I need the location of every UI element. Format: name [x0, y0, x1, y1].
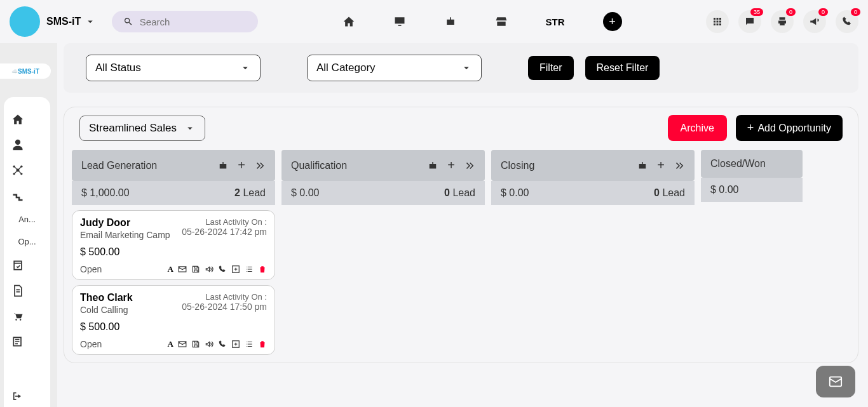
robot-icon[interactable] [217, 160, 229, 171]
card-amount: $ 500.00 [80, 246, 267, 258]
chevron-double-right-icon[interactable] [464, 160, 475, 171]
card-subtitle: Email Marketing Camp [80, 230, 170, 240]
column-count: 0 Lead [654, 187, 685, 199]
column-title: Closed/Won [710, 158, 766, 170]
filter-bar: All Status All Category Filter Reset Fil… [64, 43, 858, 93]
sidebar-calendar[interactable] [11, 259, 43, 272]
kanban-columns: Lead Generation + $ 1,000.00 2 Lead Judy… [72, 150, 850, 355]
robot-icon[interactable] [444, 15, 457, 28]
column-title: Closing [501, 160, 534, 171]
kanban-column: Lead Generation + $ 1,000.00 2 Lead Judy… [72, 150, 275, 355]
column-summary: $ 1,000.00 2 Lead [72, 181, 275, 205]
sidebar-steps[interactable] [11, 189, 43, 202]
save-icon[interactable] [191, 265, 200, 274]
phone-badge: 0 [851, 8, 860, 16]
reset-filter-button[interactable]: Reset Filter [585, 56, 660, 80]
sidebar-news[interactable] [11, 335, 43, 348]
sidebar-logout[interactable] [11, 390, 43, 402]
brand-label[interactable]: SMS-iT [46, 16, 96, 27]
mail-icon[interactable] [178, 265, 187, 274]
news-icon [11, 335, 24, 348]
kanban-column: Qualification + $ 0.00 0 Lead [281, 150, 485, 355]
trash-icon[interactable] [258, 265, 267, 274]
megaphone-icon [809, 16, 820, 27]
print-icon-btn[interactable]: 0 [771, 10, 794, 33]
column-add-icon[interactable]: + [447, 158, 455, 173]
phone-icon[interactable] [218, 265, 227, 274]
status-dropdown[interactable]: All Status [86, 55, 261, 81]
list-icon[interactable] [245, 265, 254, 274]
board-head: Streamlined Sales Archive +Add Opportuni… [72, 115, 850, 141]
card-action-icons: A [168, 264, 267, 274]
home-icon[interactable] [342, 15, 355, 28]
sidebar-opportunities[interactable]: Op... [11, 237, 43, 246]
category-dropdown-label: All Category [316, 62, 376, 74]
phone-icon[interactable] [218, 340, 227, 349]
volume-icon[interactable] [205, 340, 214, 349]
topnav-center: STR + [264, 12, 700, 31]
phone-icon [841, 16, 853, 27]
network-icon [11, 164, 24, 177]
column-count: 0 Lead [444, 187, 475, 199]
plus-square-icon[interactable] [231, 265, 240, 274]
card-action-icons: A [168, 339, 267, 349]
sidebar-network[interactable] [11, 164, 43, 177]
trash-icon[interactable] [258, 340, 267, 349]
column-header: Lead Generation + [72, 150, 275, 181]
text-icon[interactable]: A [168, 264, 173, 274]
column-title: Qualification [291, 160, 347, 171]
steps-icon [11, 189, 24, 202]
store-icon[interactable] [495, 15, 508, 28]
archive-button[interactable]: Archive [668, 115, 727, 141]
brand-text: SMS-iT [46, 16, 81, 27]
column-count: 2 Lead [234, 187, 266, 199]
mail-icon[interactable] [178, 340, 187, 349]
card-name: Judy Door [80, 217, 170, 229]
column-total: $ 0.00 [710, 184, 738, 196]
save-icon[interactable] [191, 340, 200, 349]
card-activity-label: Last Activity On : [182, 217, 267, 227]
card-status: Open [80, 339, 102, 349]
chevron-double-right-icon[interactable] [254, 160, 266, 171]
avatar[interactable] [10, 6, 40, 37]
text-icon[interactable]: A [168, 339, 173, 349]
card-amount: $ 500.00 [80, 321, 267, 333]
pipeline-dropdown[interactable]: Streamlined Sales [79, 116, 205, 141]
card-activity-date: 05-26-2024 17:42 pm [182, 227, 267, 237]
category-dropdown[interactable]: All Category [307, 55, 482, 81]
column-header-icons: + [217, 158, 266, 173]
robot-icon[interactable] [427, 160, 438, 171]
announce-icon-btn[interactable]: 0 [803, 10, 826, 33]
plus-button[interactable]: + [603, 12, 622, 31]
sidebar-logo[interactable]: ☁️SMS-iT [0, 63, 51, 79]
column-add-icon[interactable]: + [238, 158, 245, 173]
column-title: Lead Generation [81, 160, 157, 171]
column-total: $ 0.00 [291, 187, 319, 199]
sidebar-home[interactable] [11, 113, 43, 126]
column-add-icon[interactable]: + [657, 158, 665, 173]
volume-icon[interactable] [205, 265, 214, 274]
plus-square-icon[interactable] [231, 340, 240, 349]
sidebar-cart[interactable] [11, 310, 43, 323]
list-icon[interactable] [245, 340, 254, 349]
column-header-icons: + [427, 158, 475, 173]
sidebar-user[interactable] [11, 138, 43, 151]
card-status: Open [80, 264, 102, 274]
help-chat-button[interactable] [816, 366, 855, 397]
filter-button[interactable]: Filter [528, 56, 574, 80]
add-opportunity-button[interactable]: +Add Opportunity [736, 115, 843, 141]
chevron-double-right-icon[interactable] [674, 160, 685, 171]
desktop-icon[interactable] [393, 15, 406, 28]
opportunity-card[interactable]: Judy Door Email Marketing Camp Last Acti… [72, 210, 275, 280]
search-input[interactable] [140, 17, 247, 27]
sidebar-doc[interactable] [11, 284, 43, 297]
board-wrap: Streamlined Sales Archive +Add Opportuni… [64, 107, 858, 363]
robot-icon[interactable] [637, 160, 648, 171]
apps-icon[interactable] [706, 10, 729, 33]
phone-icon-btn[interactable]: 0 [836, 10, 858, 33]
sidebar-analytics[interactable]: An... [11, 215, 43, 224]
chat-icon-btn[interactable]: 35 [738, 10, 761, 33]
str-link[interactable]: STR [546, 17, 565, 27]
kanban-column: Closing + $ 0.00 0 Lead [491, 150, 695, 355]
opportunity-card[interactable]: Theo Clark Cold Calling Last Activity On… [72, 285, 275, 355]
